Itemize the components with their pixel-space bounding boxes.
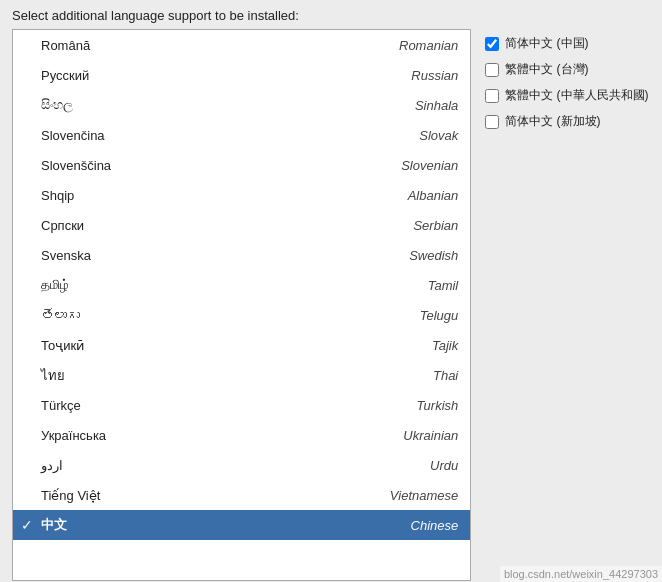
checkbox-label: 繁體中文 (中華人民共和國) xyxy=(505,88,648,104)
lang-native: Slovenčina xyxy=(41,128,338,143)
lang-english: Russian xyxy=(338,68,458,83)
lang-native: Slovenščina xyxy=(41,158,338,173)
language-list-item[interactable]: ไทยThai xyxy=(13,360,470,390)
language-list-item[interactable]: ShqipAlbanian xyxy=(13,180,470,210)
lang-english: Telugu xyxy=(338,308,458,323)
main-area: RomânăRomanianРусскийRussianසිංහලSinhala… xyxy=(0,29,662,581)
language-list-item[interactable]: SvenskaSwedish xyxy=(13,240,470,270)
lang-native: සිංහල xyxy=(41,97,338,113)
lang-english: Albanian xyxy=(338,188,458,203)
lang-native: Shqip xyxy=(41,188,338,203)
watermark: blog.csdn.net/weixin_44297303 xyxy=(500,566,662,582)
checkbox-item: 繁體中文 (中華人民共和國) xyxy=(485,85,654,107)
language-list-item[interactable]: ✓中文Chinese xyxy=(13,510,470,540)
lang-english: Tamil xyxy=(338,278,458,293)
header-text: Select additional language support to be… xyxy=(0,0,662,29)
lang-native: اردو xyxy=(41,458,338,473)
lang-native: Tiếng Việt xyxy=(41,488,338,503)
checkbox-item: 简体中文 (新加坡) xyxy=(485,111,654,133)
lang-english: Chinese xyxy=(338,518,458,533)
lang-native: Türkçe xyxy=(41,398,338,413)
lang-english: Tajik xyxy=(338,338,458,353)
lang-english: Serbian xyxy=(338,218,458,233)
lang-english: Slovenian xyxy=(338,158,458,173)
right-panel: 简体中文 (中国)繁體中文 (台灣)繁體中文 (中華人民共和國)简体中文 (新加… xyxy=(477,29,662,581)
lang-english: Urdu xyxy=(338,458,458,473)
language-list-item[interactable]: SlovenščinaSlovenian xyxy=(13,150,470,180)
checkbox-item: 简体中文 (中国) xyxy=(485,33,654,55)
lang-native: Română xyxy=(41,38,338,53)
language-list-item[interactable]: РусскийRussian xyxy=(13,60,470,90)
lang-native: Українська xyxy=(41,428,338,443)
lang-english: Ukrainian xyxy=(338,428,458,443)
lang-english: Turkish xyxy=(338,398,458,413)
language-list-item[interactable]: SlovenčinaSlovak xyxy=(13,120,470,150)
checkbox-input[interactable] xyxy=(485,89,499,103)
lang-english: Romanian xyxy=(338,38,458,53)
lang-english: Vietnamese xyxy=(338,488,458,503)
language-list-item[interactable]: УкраїнськаUkrainian xyxy=(13,420,470,450)
checkbox-input[interactable] xyxy=(485,63,499,77)
language-list-item[interactable]: TürkçeTurkish xyxy=(13,390,470,420)
checkbox-input[interactable] xyxy=(485,115,499,129)
language-list-item[interactable]: සිංහලSinhala xyxy=(13,90,470,120)
lang-native: ไทย xyxy=(41,365,338,386)
lang-native: తెలుగు xyxy=(41,308,338,323)
lang-english: Sinhala xyxy=(338,98,458,113)
checkbox-input[interactable] xyxy=(485,37,499,51)
lang-native: Русский xyxy=(41,68,338,83)
lang-english: Slovak xyxy=(338,128,458,143)
language-list-item[interactable]: தமிழ்Tamil xyxy=(13,270,470,300)
language-list[interactable]: RomânăRomanianРусскийRussianසිංහලSinhala… xyxy=(13,30,470,580)
language-list-item[interactable]: ТоҷикӣTajik xyxy=(13,330,470,360)
lang-native: Српски xyxy=(41,218,338,233)
lang-english: Swedish xyxy=(338,248,458,263)
checkmark-icon: ✓ xyxy=(21,517,37,533)
checkbox-label: 繁體中文 (台灣) xyxy=(505,62,588,78)
language-list-item[interactable]: RomânăRomanian xyxy=(13,30,470,60)
page-container: Select additional language support to be… xyxy=(0,0,662,582)
language-list-item[interactable]: СрпскиSerbian xyxy=(13,210,470,240)
language-list-item[interactable]: اردوUrdu xyxy=(13,450,470,480)
lang-native: தமிழ் xyxy=(41,277,338,293)
lang-native: Svenska xyxy=(41,248,338,263)
language-list-item[interactable]: Tiếng ViệtVietnamese xyxy=(13,480,470,510)
language-list-panel: RomânăRomanianРусскийRussianසිංහලSinhala… xyxy=(12,29,471,581)
checkbox-label: 简体中文 (新加坡) xyxy=(505,114,600,130)
checkbox-item: 繁體中文 (台灣) xyxy=(485,59,654,81)
lang-english: Thai xyxy=(338,368,458,383)
lang-native: Тоҷикӣ xyxy=(41,338,338,353)
language-list-item[interactable]: తెలుగుTelugu xyxy=(13,300,470,330)
lang-native: 中文 xyxy=(41,516,338,534)
checkbox-label: 简体中文 (中国) xyxy=(505,36,588,52)
